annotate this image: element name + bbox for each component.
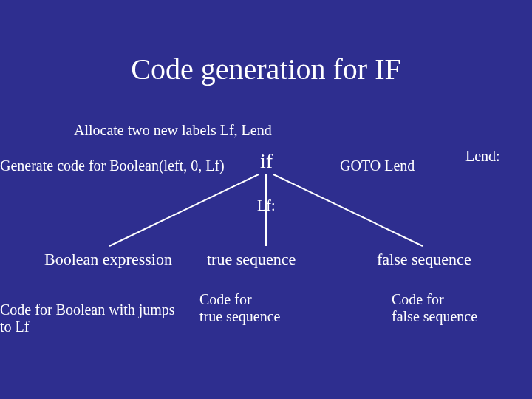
svg-line-1 [109,174,259,246]
code-boolean-jumps-text: Code for Boolean with jumps to Lf [0,301,175,335]
true-sequence-node: true sequence [207,250,296,269]
goto-lend-text: GOTO Lend [340,157,415,174]
code-false-line1: Code for [392,291,444,307]
code-true-line2: true sequence [200,308,280,324]
false-sequence-node: false sequence [377,250,471,269]
code-boolean-jumps-line1: Code for Boolean with jumps [0,301,175,318]
boolean-expression-node: Boolean expression [44,250,172,269]
code-false-line2: false sequence [392,308,477,324]
generate-boolean-text: Generate code for Boolean(left, 0, Lf) [0,157,225,174]
slide-title: Code generation for IF [0,52,532,86]
code-boolean-jumps-line2: to Lf [0,318,29,335]
code-true-line1: Code for [200,291,252,307]
code-false-sequence-text: Code for false sequence [392,291,477,325]
lend-label: Lend: [466,148,500,165]
slide: Code generation for IF Allocate two new … [0,0,532,399]
lf-label: Lf: [257,197,275,214]
code-true-sequence-text: Code for true sequence [200,291,280,325]
svg-line-2 [273,174,423,246]
if-node-label: if [260,149,273,173]
allocate-labels-text: Allocate two new labels Lf, Lend [74,122,272,139]
